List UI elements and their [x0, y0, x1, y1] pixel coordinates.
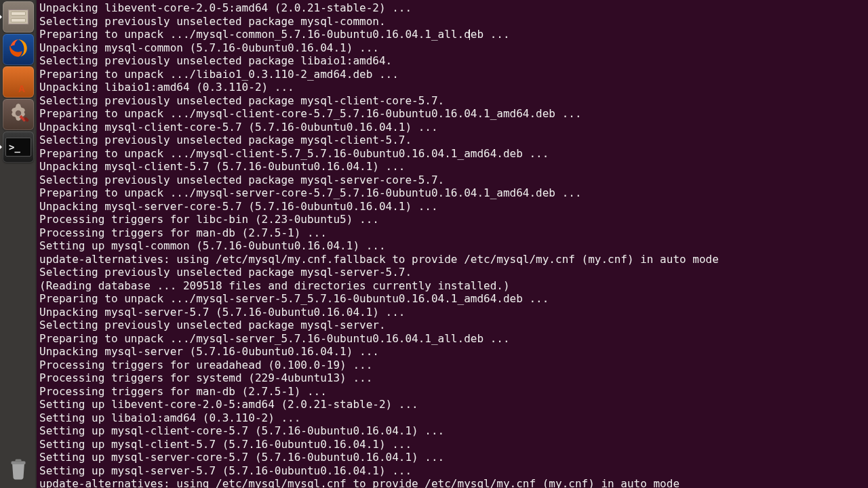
terminal-line: Preparing to unpack .../mysql-server-cor…: [39, 186, 865, 200]
svg-rect-4: [16, 460, 22, 463]
terminal-line: Selecting previously unselected package …: [39, 94, 865, 108]
terminal-line: Preparing to unpack .../mysql-server_5.7…: [39, 332, 865, 346]
desktop: >_ Unpacking libevent-core-2.0-5:amd64 (…: [0, 0, 868, 488]
terminal-line: Setting up libaio1:amd64 (0.3.110-2) ...: [39, 411, 865, 425]
terminal-line: Selecting previously unselected package …: [39, 266, 865, 279]
terminal-line: Unpacking libevent-core-2.0-5:amd64 (2.0…: [39, 1, 865, 15]
terminal-line: Unpacking mysql-common (5.7.16-0ubuntu0.…: [39, 41, 865, 55]
terminal-line: Setting up libevent-core-2.0-5:amd64 (2.…: [39, 398, 865, 411]
launcher-settings[interactable]: [3, 99, 34, 130]
terminal-line: Unpacking mysql-server-5.7 (5.7.16-0ubun…: [39, 306, 865, 319]
launcher-terminal[interactable]: >_: [3, 131, 34, 163]
terminal-line: Preparing to unpack .../mysql-server-5.7…: [39, 292, 865, 306]
terminal-output: Unpacking libevent-core-2.0-5:amd64 (2.0…: [39, 1, 865, 488]
terminal-line: update-alternatives: using /etc/mysql/my…: [39, 477, 865, 488]
text-cursor: [469, 29, 470, 40]
terminal-line: Setting up mysql-common (5.7.16-0ubuntu0…: [39, 239, 865, 253]
terminal-line: Selecting previously unselected package …: [39, 174, 865, 187]
terminal-icon: >_: [5, 138, 31, 157]
launcher-files[interactable]: [3, 1, 34, 33]
terminal-line: Unpacking mysql-server (5.7.16-0ubuntu0.…: [39, 345, 865, 359]
trash-icon: [6, 456, 31, 483]
terminal-line: Preparing to unpack .../mysql-common_5.7…: [39, 28, 865, 41]
terminal-line: Preparing to unpack .../libaio1_0.3.110-…: [39, 68, 865, 81]
terminal-line: Setting up mysql-client-core-5.7 (5.7.16…: [39, 424, 865, 438]
terminal-line: Preparing to unpack .../mysql-client-cor…: [39, 107, 865, 121]
terminal-line: Unpacking mysql-client-5.7 (5.7.16-0ubun…: [39, 160, 865, 174]
terminal-line: Processing triggers for man-db (2.7.5-1)…: [39, 226, 865, 240]
terminal-line: Unpacking mysql-server-core-5.7 (5.7.16-…: [39, 200, 865, 214]
terminal-line: Selecting previously unselected package …: [39, 54, 865, 68]
firefox-icon: [7, 37, 30, 62]
svg-point-1: [16, 110, 22, 117]
settings-icon: [7, 102, 30, 127]
terminal-line: (Reading database ... 209518 files and d…: [39, 279, 865, 293]
terminal-line: Selecting previously unselected package …: [39, 134, 865, 147]
terminal-line: update-alternatives: using /etc/mysql/my…: [39, 253, 865, 266]
terminal-line: Processing triggers for ureadahead (0.10…: [39, 359, 865, 372]
terminal-line: Unpacking mysql-client-core-5.7 (5.7.16-…: [39, 121, 865, 134]
terminal-line: Processing triggers for man-db (2.7.5-1)…: [39, 385, 865, 399]
terminal-line: Processing triggers for libc-bin (2.23-0…: [39, 213, 865, 226]
terminal-line: Processing triggers for systemd (229-4ub…: [39, 371, 865, 385]
terminal-line: Selecting previously unselected package …: [39, 319, 865, 332]
files-icon: [8, 9, 28, 24]
unity-launcher: >_: [0, 0, 37, 488]
launcher-software[interactable]: [3, 66, 34, 98]
terminal-line: Setting up mysql-client-5.7 (5.7.16-0ubu…: [39, 438, 865, 451]
launcher-firefox[interactable]: [3, 34, 34, 65]
terminal-window[interactable]: Unpacking libevent-core-2.0-5:amd64 (2.0…: [37, 0, 868, 488]
terminal-line: Selecting previously unselected package …: [39, 15, 865, 28]
terminal-line: Unpacking libaio1:amd64 (0.3.110-2) ...: [39, 81, 865, 94]
terminal-line: Setting up mysql-server-core-5.7 (5.7.16…: [39, 451, 865, 464]
terminal-line: Preparing to unpack .../mysql-client-5.7…: [39, 147, 865, 161]
terminal-line: Setting up mysql-server-5.7 (5.7.16-0ubu…: [39, 464, 865, 478]
launcher-trash[interactable]: [3, 454, 34, 485]
